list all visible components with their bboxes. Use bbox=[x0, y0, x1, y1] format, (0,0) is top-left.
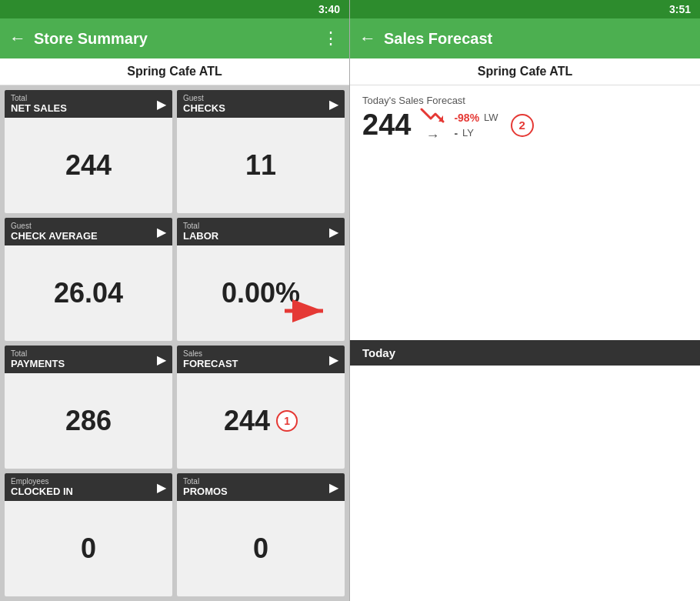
navigation-arrow bbox=[285, 292, 331, 329]
tile-value-net-sales: 244 bbox=[5, 118, 172, 213]
store-name-right: Spring Cafe ATL bbox=[350, 58, 700, 85]
tile-top-label-check-average: Guest bbox=[11, 222, 98, 230]
forecast-badge-2: 2 bbox=[511, 114, 534, 137]
status-time-left: 3:40 bbox=[318, 3, 340, 15]
tile-top-label-promos: Total bbox=[183, 477, 228, 486]
tile-header-payments: Total PAYMENTS ▶ bbox=[5, 346, 172, 373]
pct-lw-label: LW bbox=[484, 112, 498, 123]
tile-top-label-labor: Total bbox=[183, 222, 218, 230]
today-bar: Today bbox=[350, 340, 700, 366]
status-time-right: 3:51 bbox=[669, 3, 691, 15]
forecast-label: Today's Sales Forecast bbox=[362, 95, 688, 106]
tile-main-label-payments: PAYMENTS bbox=[11, 358, 65, 369]
back-button-left[interactable]: ← bbox=[9, 28, 26, 48]
tile-value-check-average: 26.04 bbox=[5, 245, 172, 341]
tile-check-average[interactable]: Guest CHECK AVERAGE ▶ 26.04 bbox=[5, 218, 172, 341]
tile-value-forecast: 244 1 bbox=[177, 373, 345, 469]
nav-arrow-container bbox=[285, 292, 331, 329]
tile-payments[interactable]: Total PAYMENTS ▶ 286 bbox=[5, 346, 172, 469]
status-bar-right: 3:51 bbox=[350, 0, 700, 18]
tile-forecast[interactable]: Sales FORECAST ▶ 244 1 bbox=[177, 346, 345, 469]
back-button-right[interactable]: ← bbox=[359, 28, 376, 48]
menu-button-left[interactable]: ⋮ bbox=[322, 28, 340, 48]
store-name-left: Spring Cafe ATL bbox=[0, 58, 349, 85]
tile-header-checks: Guest CHECKS ▶ bbox=[177, 90, 345, 118]
app-bar-right: ← Sales Forecast bbox=[350, 18, 700, 58]
tile-top-label-net-sales: Total bbox=[11, 94, 67, 102]
forecast-content: Today's Sales Forecast 244 → bbox=[350, 85, 700, 340]
tile-top-label-clocked-in: Employees bbox=[11, 477, 73, 486]
tile-value-payments: 286 bbox=[5, 373, 172, 469]
pct-ly-label: LY bbox=[462, 127, 474, 139]
tile-top-label-checks: Guest bbox=[183, 94, 225, 102]
tile-arrow-forecast: ▶ bbox=[329, 352, 338, 367]
tile-promos[interactable]: Total PROMOS ▶ 0 bbox=[177, 473, 345, 596]
tile-net-sales[interactable]: Total NET SALES ▶ 244 bbox=[5, 90, 172, 213]
tile-arrow-checks: ▶ bbox=[329, 97, 338, 112]
trend-down-icon bbox=[420, 108, 445, 125]
tile-top-label-payments: Total bbox=[11, 349, 65, 358]
pct-ly-row: - LY bbox=[454, 127, 498, 139]
status-bar-left: 3:40 bbox=[0, 0, 349, 18]
tile-main-label-promos: PROMOS bbox=[183, 486, 228, 497]
tile-main-label-checks: CHECKS bbox=[183, 102, 225, 114]
tile-arrow-clocked-in: ▶ bbox=[157, 480, 166, 495]
tile-arrow-check-average: ▶ bbox=[157, 225, 166, 239]
app-bar-left: ← Store Summary ⋮ bbox=[0, 18, 349, 58]
forecast-value: 244 bbox=[362, 109, 411, 142]
forecast-pct-block: -98% LW - LY bbox=[454, 112, 498, 139]
tile-top-label-forecast: Sales bbox=[183, 349, 238, 358]
screen-right: 3:51 ← Sales Forecast Spring Cafe ATL To… bbox=[350, 0, 700, 601]
tile-header-promos: Total PROMOS ▶ bbox=[177, 473, 345, 501]
forecast-indicators: → bbox=[420, 108, 445, 142]
tile-value-clocked-in: 0 bbox=[5, 501, 172, 596]
tile-header-clocked-in: Employees CLOCKED IN ▶ bbox=[5, 473, 172, 501]
tile-value-checks: 11 bbox=[177, 118, 345, 213]
tile-header-labor: Total LABOR ▶ bbox=[177, 218, 345, 245]
forecast-empty-area bbox=[350, 366, 700, 602]
tile-arrow-promos: ▶ bbox=[329, 480, 338, 495]
tile-main-label-labor: LABOR bbox=[183, 230, 218, 242]
tile-main-label-clocked-in: CLOCKED IN bbox=[11, 486, 73, 497]
tile-arrow-payments: ▶ bbox=[157, 352, 166, 367]
tile-main-label-forecast: FORECAST bbox=[183, 358, 238, 369]
forecast-badge: 1 bbox=[276, 410, 298, 432]
trend-flat-icon: → bbox=[425, 129, 439, 142]
tile-value-promos: 0 bbox=[177, 501, 345, 596]
forecast-data-row: 244 → -98% LW bbox=[362, 108, 688, 142]
tile-header-forecast: Sales FORECAST ▶ bbox=[177, 346, 345, 373]
tile-arrow-labor: ▶ bbox=[329, 225, 338, 239]
metrics-grid: Total NET SALES ▶ 244 Guest CHECKS ▶ bbox=[0, 85, 349, 601]
tile-arrow-net-sales: ▶ bbox=[157, 97, 166, 112]
tile-checks[interactable]: Guest CHECKS ▶ 11 bbox=[177, 90, 345, 213]
tile-clocked-in[interactable]: Employees CLOCKED IN ▶ 0 bbox=[5, 473, 172, 596]
screens-container: 3:40 ← Store Summary ⋮ Spring Cafe ATL T… bbox=[0, 0, 700, 601]
pct-lw-row: -98% LW bbox=[454, 112, 498, 124]
pct-lw-value: -98% bbox=[454, 112, 479, 124]
tile-header-check-average: Guest CHECK AVERAGE ▶ bbox=[5, 218, 172, 245]
app-title-left: Store Summary bbox=[34, 30, 322, 48]
tile-header-net-sales: Total NET SALES ▶ bbox=[5, 90, 172, 118]
app-title-right: Sales Forecast bbox=[384, 30, 691, 48]
tile-main-label-net-sales: NET SALES bbox=[11, 102, 67, 114]
tile-main-label-check-average: CHECK AVERAGE bbox=[11, 230, 98, 242]
pct-ly-value: - bbox=[454, 127, 458, 139]
